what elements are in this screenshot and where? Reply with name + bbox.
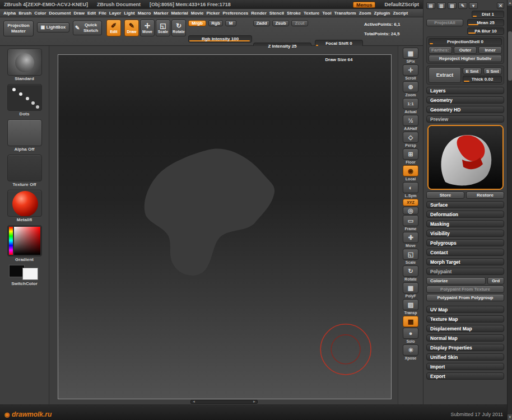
projection-master-button[interactable]: Projection Master <box>3 21 34 36</box>
stroke-thumbnail[interactable] <box>7 84 42 111</box>
strip-item-misc[interactable]: ◎ <box>403 207 418 214</box>
strip-item-actual[interactable]: 1:1 Actual <box>403 98 418 114</box>
store-button[interactable]: Store <box>426 192 464 199</box>
menu-zoom[interactable]: Zoom <box>359 11 371 16</box>
menu-texture[interactable]: Texture <box>304 11 319 16</box>
menu-brush[interactable]: Brush <box>18 11 31 16</box>
zsub-button[interactable]: Zsub <box>272 20 289 26</box>
texture-thumbnail[interactable] <box>7 155 42 181</box>
menu-material[interactable]: Material <box>171 11 188 16</box>
scale-button[interactable]: ◱ Scale <box>156 20 170 36</box>
polypaint-from-polygroup-button[interactable]: Polypaint From Polygroup <box>426 294 504 301</box>
scroll-left-icon[interactable]: ◄ <box>192 400 196 404</box>
restore-button[interactable]: Restore <box>466 192 504 199</box>
current-texture[interactable]: Texture Off <box>6 155 43 187</box>
scrollbar-thumb[interactable] <box>508 31 512 81</box>
mean-slider[interactable]: Mean 25 <box>467 19 504 26</box>
menu-marker[interactable]: Marker <box>153 11 168 16</box>
frame-icon[interactable]: ▭ <box>403 215 418 226</box>
current-brush[interactable]: Standard <box>6 49 43 81</box>
color-gradient-picker[interactable] <box>7 225 42 256</box>
local-symmetry-icon[interactable]: ◉ <box>403 165 418 176</box>
strip-item-spix[interactable]: ▦ SPix <box>403 48 418 64</box>
brush-icon[interactable]: ✎ <box>458 2 467 9</box>
strip-item-ghost[interactable]: ▩ <box>403 316 418 327</box>
transparency-icon[interactable]: ▨ <box>403 299 418 310</box>
section-contact[interactable]: Contact <box>426 249 504 256</box>
menu-picker[interactable]: Picker <box>206 11 220 16</box>
gizmo-move-icon[interactable]: ✚ <box>403 232 418 243</box>
strip-item-floor[interactable]: ⊞ Floor <box>403 148 418 165</box>
grd-button[interactable]: Grd <box>487 277 504 284</box>
canvas-horizontal-scrollbar[interactable]: ◄ ► <box>190 400 258 404</box>
move-button[interactable]: ✢ Move <box>140 20 155 36</box>
misc-icon[interactable]: ◎ <box>403 207 418 214</box>
brush-thumbnail[interactable] <box>7 49 42 76</box>
outer-button[interactable]: Outer <box>454 46 477 54</box>
section-layers[interactable]: Layers <box>426 87 504 94</box>
section-surface[interactable]: Surface <box>426 201 504 208</box>
menu-macro[interactable]: Macro <box>138 11 151 16</box>
canvas[interactable] <box>58 54 392 399</box>
strip-item-lsym[interactable]: ◐ L.Sym <box>403 182 418 198</box>
scroll-up-icon[interactable]: ▲ <box>508 0 512 6</box>
switch-color[interactable]: SwitchColor <box>6 265 43 286</box>
strip-item-scroll[interactable]: ✛ Scroll <box>403 64 418 81</box>
strip-item-persp[interactable]: ◇ Persp <box>403 132 418 148</box>
colorize-button[interactable]: Colorize <box>426 277 486 284</box>
strip-item-frame[interactable]: ▭ Frame <box>403 215 418 231</box>
thick-slider[interactable]: Thick 0.02 <box>463 76 502 83</box>
floor-grid-icon[interactable]: ⊞ <box>403 148 418 160</box>
lsym-icon[interactable]: ◐ <box>403 182 418 193</box>
doc-icon[interactable]: ▤ <box>426 2 435 9</box>
close-icon[interactable]: ✕ <box>497 2 504 9</box>
scroll-down-icon[interactable]: ▼ <box>508 414 512 420</box>
strip-item-aahalf[interactable]: ½ AAHalf <box>403 115 418 131</box>
scroll-hand-icon[interactable]: ✛ <box>403 64 418 76</box>
gizmo-rotate-icon[interactable]: ↻ <box>403 265 418 277</box>
alpha-thumbnail[interactable] <box>7 119 42 146</box>
menu-stencil[interactable]: Stencil <box>269 11 284 16</box>
layers-icon[interactable]: ▧ <box>448 2 457 9</box>
section-uv-map[interactable]: UV Map <box>426 306 504 313</box>
strip-item-xpose[interactable]: ✳ Xpose <box>403 344 418 361</box>
saturation-square[interactable] <box>14 227 40 255</box>
menu-preferences[interactable]: Preferences <box>222 11 248 16</box>
menu-draw[interactable]: Draw <box>73 11 85 16</box>
current-stroke[interactable]: Dots <box>6 84 43 116</box>
menu-layer[interactable]: Layer <box>109 11 121 16</box>
spix-icon[interactable]: ▦ <box>403 48 418 59</box>
farthest-button[interactable]: Farthes: <box>429 46 452 54</box>
xpose-icon[interactable]: ✳ <box>403 344 418 356</box>
menus-button[interactable]: Menus <box>353 2 376 8</box>
strip-item-local[interactable]: ◉ Local <box>403 165 418 181</box>
ghost-icon[interactable]: ▩ <box>403 316 418 327</box>
aahalf-icon[interactable]: ½ <box>403 115 418 126</box>
zadd-button[interactable]: Zadd <box>253 20 270 26</box>
quick-sketch-button[interactable]: ✎ Quick Sketch <box>73 21 102 35</box>
preview-viewport[interactable] <box>427 125 504 190</box>
zcut-button[interactable]: Zcut <box>291 20 308 26</box>
menu-transform[interactable]: Transform <box>334 11 356 16</box>
section-geometry-hd[interactable]: Geometry HD <box>426 106 504 113</box>
section-geometry[interactable]: Geometry <box>426 96 504 104</box>
section-polypaint[interactable]: Polypaint <box>426 268 504 275</box>
menu-movie[interactable]: Movie <box>191 11 204 16</box>
section-visibility[interactable]: Visibility <box>426 230 504 237</box>
section-deformation[interactable]: Deformation <box>426 211 504 218</box>
panel-scrollbar[interactable]: ▲ ▼ <box>507 0 512 420</box>
menu-stroke[interactable]: Stroke <box>287 11 301 16</box>
draw-button[interactable]: ✎ Draw <box>124 20 139 36</box>
section-normal-map[interactable]: Normal Map <box>426 334 504 342</box>
section-export[interactable]: Export <box>426 372 504 380</box>
actual-size-icon[interactable]: 1:1 <box>403 98 418 109</box>
mrgb-button[interactable]: Mrgb <box>188 20 206 26</box>
color-picker[interactable]: Gradient <box>6 225 43 262</box>
current-material[interactable]: Metallfl <box>6 190 43 222</box>
hue-strip[interactable] <box>9 227 13 255</box>
scroll-right-icon[interactable]: ► <box>253 400 256 404</box>
strip-item-rotate[interactable]: ↻ Rotate <box>403 265 418 282</box>
menu-icon[interactable]: ▾ <box>469 2 478 9</box>
dist-slider[interactable]: Dist 1 <box>472 11 504 18</box>
section-texture-map[interactable]: Texture Map <box>426 315 504 323</box>
